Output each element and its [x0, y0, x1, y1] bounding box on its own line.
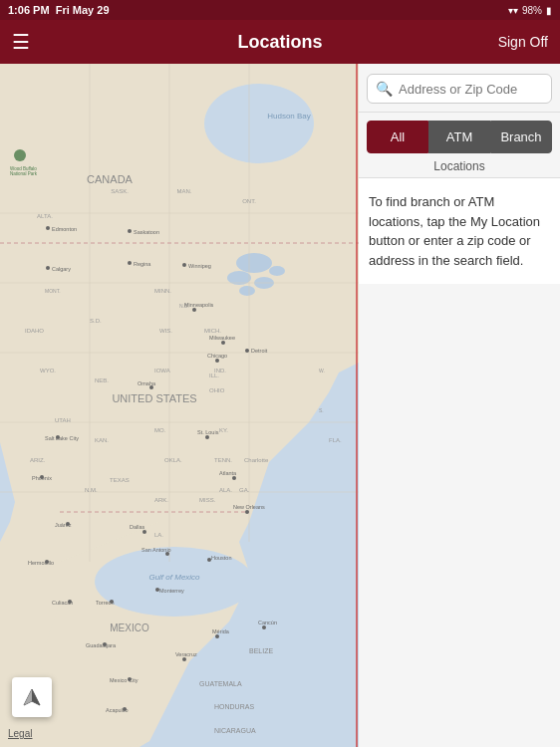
svg-text:MONT.: MONT.	[45, 288, 61, 294]
svg-text:S.: S.	[319, 407, 324, 413]
status-bar: 1:06 PM Fri May 29 ▾▾ 98% ▮	[0, 0, 560, 20]
svg-text:St. Louis: St. Louis	[197, 429, 219, 435]
svg-text:Regina: Regina	[134, 261, 151, 267]
svg-point-93	[142, 530, 146, 534]
svg-text:Guadalajara: Guadalajara	[86, 642, 117, 648]
svg-text:Acapulco: Acapulco	[106, 707, 129, 713]
svg-text:Gulf of Mexico: Gulf of Mexico	[148, 573, 200, 582]
svg-text:Edmonton: Edmonton	[52, 226, 77, 232]
svg-text:UNITED STATES: UNITED STATES	[112, 392, 196, 404]
svg-text:HONDURAS: HONDURAS	[214, 703, 254, 710]
filter-buttons: All ATM Branch	[359, 113, 560, 153]
svg-point-75	[221, 341, 225, 345]
svg-point-122	[14, 149, 26, 161]
svg-text:N.M.: N.M.	[85, 487, 98, 493]
legal-link[interactable]: Legal	[8, 728, 32, 739]
svg-text:Torreón: Torreón	[96, 600, 115, 606]
svg-text:ALA.: ALA.	[219, 487, 232, 493]
svg-text:Charlotte: Charlotte	[244, 457, 269, 463]
filter-all-button[interactable]: All	[367, 121, 428, 153]
svg-text:ARIZ.: ARIZ.	[30, 457, 46, 463]
svg-point-115	[262, 625, 266, 629]
status-icons: ▾▾ 98% ▮	[508, 5, 552, 16]
filter-atm-button[interactable]: ATM	[428, 121, 490, 153]
svg-point-73	[192, 308, 196, 312]
svg-text:WYO.: WYO.	[40, 368, 56, 374]
svg-text:Salt Lake City: Salt Lake City	[45, 435, 79, 441]
svg-text:Minneapolis: Minneapolis	[184, 302, 214, 308]
search-input[interactable]	[399, 82, 543, 97]
svg-point-67	[128, 261, 132, 265]
svg-text:UTAH: UTAH	[55, 417, 71, 423]
svg-text:MICH.: MICH.	[204, 328, 221, 334]
svg-text:San Antonio: San Antonio	[141, 547, 171, 553]
svg-text:LA.: LA.	[154, 532, 163, 538]
svg-text:MAN.: MAN.	[177, 188, 192, 194]
wifi-icon: ▾▾	[508, 5, 518, 16]
svg-text:S.D.: S.D.	[90, 318, 102, 324]
svg-text:TEXAS: TEXAS	[110, 477, 130, 483]
svg-text:IOWA: IOWA	[154, 368, 170, 374]
svg-text:WIS.: WIS.	[159, 328, 172, 334]
svg-text:OKLA.: OKLA.	[164, 457, 182, 463]
svg-text:IDAHO: IDAHO	[25, 328, 44, 334]
svg-text:MINN.: MINN.	[154, 288, 171, 294]
svg-text:Cancún: Cancún	[258, 620, 277, 625]
status-time: 1:06 PM Fri May 29	[8, 4, 110, 16]
svg-text:Milwaukee: Milwaukee	[209, 335, 235, 341]
menu-button[interactable]: ☰	[12, 32, 30, 52]
svg-text:MEXICO: MEXICO	[110, 622, 149, 633]
svg-text:Veracruz: Veracruz	[175, 651, 197, 657]
svg-text:New Orleans: New Orleans	[233, 504, 265, 510]
svg-text:National Park: National Park	[10, 171, 38, 176]
svg-point-87	[245, 510, 249, 514]
svg-text:GA.: GA.	[239, 487, 250, 493]
svg-point-4	[239, 286, 255, 296]
battery-percentage: 98%	[522, 5, 542, 16]
svg-point-1	[236, 253, 272, 273]
svg-text:Omaha: Omaha	[138, 380, 156, 386]
svg-text:CANADA: CANADA	[87, 173, 134, 185]
svg-point-111	[182, 657, 186, 661]
filter-branch-button[interactable]: Branch	[490, 121, 552, 153]
svg-text:Mérida: Mérida	[212, 628, 230, 634]
search-box: 🔍	[367, 74, 552, 104]
svg-text:Detroit: Detroit	[251, 348, 268, 354]
svg-text:KY.: KY.	[219, 427, 228, 433]
svg-text:SASK.: SASK.	[111, 188, 129, 194]
svg-text:ONT.: ONT.	[242, 198, 256, 204]
svg-text:GUATEMALA: GUATEMALA	[199, 680, 242, 687]
svg-text:Monterrey: Monterrey	[159, 588, 184, 594]
svg-point-77	[215, 359, 219, 363]
svg-text:NICARAGUA: NICARAGUA	[214, 727, 256, 734]
svg-point-7	[204, 84, 314, 163]
svg-text:NEB.: NEB.	[95, 377, 109, 383]
svg-point-83	[205, 435, 209, 439]
svg-text:TENN.: TENN.	[214, 457, 232, 463]
search-container: 🔍	[359, 64, 560, 113]
svg-text:W.: W.	[319, 368, 325, 374]
sign-off-button[interactable]: Sign Off	[498, 34, 548, 50]
search-icon: 🔍	[376, 81, 393, 97]
my-location-button[interactable]	[12, 677, 52, 717]
right-panel: 🔍 All ATM Branch Locations To find branc…	[359, 64, 560, 747]
svg-text:Saskatoon: Saskatoon	[134, 229, 159, 235]
svg-text:Mexico City: Mexico City	[110, 677, 139, 683]
svg-point-113	[215, 634, 219, 638]
svg-point-5	[269, 266, 285, 276]
svg-text:Dallas: Dallas	[130, 524, 145, 530]
svg-text:KAN.: KAN.	[95, 437, 109, 443]
svg-text:MISS.: MISS.	[199, 497, 216, 503]
svg-text:Houston: Houston	[211, 555, 232, 561]
svg-text:Hermosillo: Hermosillo	[28, 560, 54, 566]
svg-text:MO.: MO.	[154, 427, 166, 433]
svg-text:ALTA.: ALTA.	[37, 213, 53, 219]
svg-text:Atlanta: Atlanta	[219, 470, 237, 476]
svg-point-61	[46, 266, 50, 270]
svg-point-59	[46, 226, 50, 230]
battery-icon: ▮	[546, 5, 552, 16]
locations-section-label: Locations	[359, 153, 560, 178]
svg-text:FLA.: FLA.	[329, 437, 342, 443]
svg-text:ARK.: ARK.	[154, 497, 168, 503]
svg-text:Calgary: Calgary	[52, 266, 71, 272]
